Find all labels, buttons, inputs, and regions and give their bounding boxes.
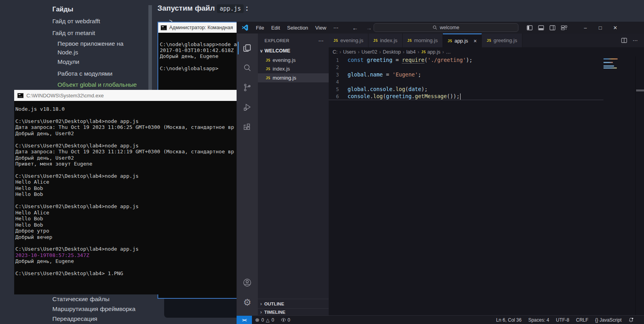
breadcrumb-label: … xyxy=(446,49,451,55)
ports-status[interactable]: 0 xyxy=(281,317,291,323)
search-view-icon[interactable] xyxy=(238,58,257,78)
sidebar-subitem[interactable]: Статические файлы xyxy=(52,295,143,304)
token: ( xyxy=(383,93,386,99)
chevron-right-icon: › xyxy=(260,301,262,307)
menu-selection[interactable]: Selection xyxy=(283,24,311,32)
warnings-count: 0 xyxy=(272,317,274,323)
menu-file[interactable]: File xyxy=(252,24,268,32)
tab-bar: JSevening.jsJSindex.jsJSmorning.jsJSapp.… xyxy=(329,34,644,47)
token: './greeting' xyxy=(427,57,466,63)
breadcrumb-label: User02 xyxy=(361,49,377,55)
section-label: OUTLINE xyxy=(264,302,284,306)
terminal-line: Hello Bob xyxy=(15,222,239,228)
sidebar-subitem[interactable]: Переадресация xyxy=(52,315,143,323)
toggle-sidebar-icon[interactable] xyxy=(527,25,533,31)
split-editor-icon[interactable] xyxy=(621,37,627,43)
search-value: welcome xyxy=(440,25,459,30)
cursor-position[interactable]: Ln 6, Col 36 xyxy=(496,317,522,323)
token: 'Eugene' xyxy=(392,71,418,78)
tab-greeting.js[interactable]: JSgreeting.js xyxy=(482,34,522,47)
breadcrumb-item[interactable]: Users xyxy=(343,49,356,55)
token: . xyxy=(367,86,370,92)
tab-close-icon[interactable]: × xyxy=(474,38,477,44)
sidebar-subitem[interactable]: Первое приложение на Node.js xyxy=(57,39,143,57)
account-icon[interactable] xyxy=(238,273,257,292)
token: ); xyxy=(421,86,427,92)
nav-forward-icon[interactable]: → xyxy=(366,24,372,31)
tab-evening.js[interactable]: JSevening.js xyxy=(329,34,368,47)
terminal-line: C:\Users\User02\Desktop\lab4>node app.js xyxy=(15,246,239,252)
admin-terminal-titlebar[interactable]: Администратор: Командная xyxy=(158,22,239,33)
article-heading: Запустим файлapp.js: xyxy=(157,4,248,13)
token: greeting xyxy=(386,93,412,99)
tab-index.js[interactable]: JSindex.js xyxy=(368,34,403,47)
token: date xyxy=(409,86,422,92)
chevron-right-icon: › xyxy=(260,309,262,315)
window-minimize-button[interactable]: – xyxy=(579,22,592,33)
breadcrumb-item[interactable]: lab4 xyxy=(406,49,416,55)
vscode-titlebar[interactable]: FileEditSelectionView⋯ ← → welcome – □ xyxy=(237,22,644,34)
remote-indicator[interactable]: >< xyxy=(237,316,252,324)
breadcrumb-item[interactable]: User02 xyxy=(361,49,377,55)
menu-edit[interactable]: Edit xyxy=(268,24,283,32)
editor-more-actions-icon[interactable]: ⋯ xyxy=(633,37,638,43)
section-timeline[interactable]: ›TIMELINE xyxy=(258,308,329,315)
eol[interactable]: CRLF xyxy=(576,317,588,323)
sidebar-item[interactable]: Гайд от metanit> xyxy=(52,30,137,37)
window-close-button[interactable]: ✕ xyxy=(609,22,622,33)
cmd-titlebar[interactable]: C:\WINDOWS\System32\cmd.exe xyxy=(14,90,239,101)
breadcrumb-item[interactable]: C: xyxy=(333,49,338,55)
notifications-bell-icon[interactable] xyxy=(628,317,634,323)
code-editor[interactable]: 1const greeting = require('./greeting');… xyxy=(329,56,644,315)
terminal-line: Дата запроса: Thu Oct 19 2023 11:12:19 G… xyxy=(15,149,239,155)
menu-[interactable]: ⋯ xyxy=(330,24,342,32)
line-number: 6 xyxy=(329,93,339,99)
breadcrumb: C:›Users›User02›Desktop›lab4›JSapp.js›… xyxy=(329,47,644,56)
customize-layout-icon[interactable] xyxy=(561,25,567,31)
toggle-secondary-sidebar-icon[interactable] xyxy=(550,25,555,31)
terminal-line: Добрый день, User02 xyxy=(15,155,239,161)
explorer-actions-icon[interactable]: ⋯ xyxy=(318,37,324,44)
file-index.js[interactable]: JSindex.js xyxy=(258,65,329,74)
scrollbar-thumb[interactable] xyxy=(636,89,644,91)
breadcrumb-label: Users xyxy=(343,49,356,55)
breadcrumb-item[interactable]: JSapp.js xyxy=(421,49,440,55)
run-debug-icon[interactable] xyxy=(238,97,257,117)
explorer-icon[interactable] xyxy=(238,38,257,58)
breadcrumb-item[interactable]: … xyxy=(446,49,451,55)
settings-gear-icon[interactable]: ⚙ xyxy=(238,292,257,312)
sidebar-subitem[interactable]: Маршрутизация фреймворка xyxy=(52,305,143,313)
source-control-icon[interactable] xyxy=(238,78,257,97)
sidebar-subitem[interactable]: Модули xyxy=(57,58,143,66)
terminal-line xyxy=(15,167,239,173)
problems-status[interactable]: ⊗ 0 △ 0 xyxy=(252,317,274,323)
language-mode[interactable]: {} JavaScript xyxy=(595,317,622,323)
sidebar-item[interactable]: Гайд от webdrafft> xyxy=(52,18,137,25)
tab-app.js[interactable]: JSapp.js× xyxy=(443,34,482,47)
terminal-line: Дата запроса: Thu Oct 19 2023 11:06:25 G… xyxy=(15,124,239,130)
terminal-line: 2023-10-19T08:57:25.347Z xyxy=(15,252,239,258)
encoding[interactable]: UTF-8 xyxy=(556,317,569,323)
line-number: 2 xyxy=(329,64,339,70)
minimap[interactable] xyxy=(603,58,620,69)
file-evening.js[interactable]: JSevening.js xyxy=(258,56,329,65)
menu-view[interactable]: View xyxy=(312,24,330,32)
indentation[interactable]: Spaces: 4 xyxy=(528,317,549,323)
file-label: index.js xyxy=(272,66,290,72)
section-outline[interactable]: ›OUTLINE xyxy=(258,299,329,308)
window-maximize-button[interactable]: □ xyxy=(594,22,607,33)
section-label: TIMELINE xyxy=(264,310,285,315)
tab-morning.js[interactable]: JSmorning.js xyxy=(403,34,443,47)
command-center-search[interactable]: welcome xyxy=(374,23,518,32)
extensions-icon[interactable] xyxy=(238,117,257,137)
sidebar-subitem[interactable]: Работа с модулями xyxy=(57,69,143,78)
toggle-panel-icon[interactable] xyxy=(538,25,544,31)
breadcrumb-item[interactable]: Desktop xyxy=(383,49,401,55)
terminal-line xyxy=(15,240,239,246)
file-morning.js[interactable]: JSmorning.js xyxy=(258,73,329,82)
search-icon xyxy=(433,25,437,30)
nav-back-icon[interactable]: ← xyxy=(352,24,358,31)
folder-welcome[interactable]: ∨ WELCOME xyxy=(258,46,329,56)
terminal-line: C:\Users\User02\Desktop\lab4> 1.PNG xyxy=(15,270,239,276)
tab-label: index.js xyxy=(380,37,397,43)
